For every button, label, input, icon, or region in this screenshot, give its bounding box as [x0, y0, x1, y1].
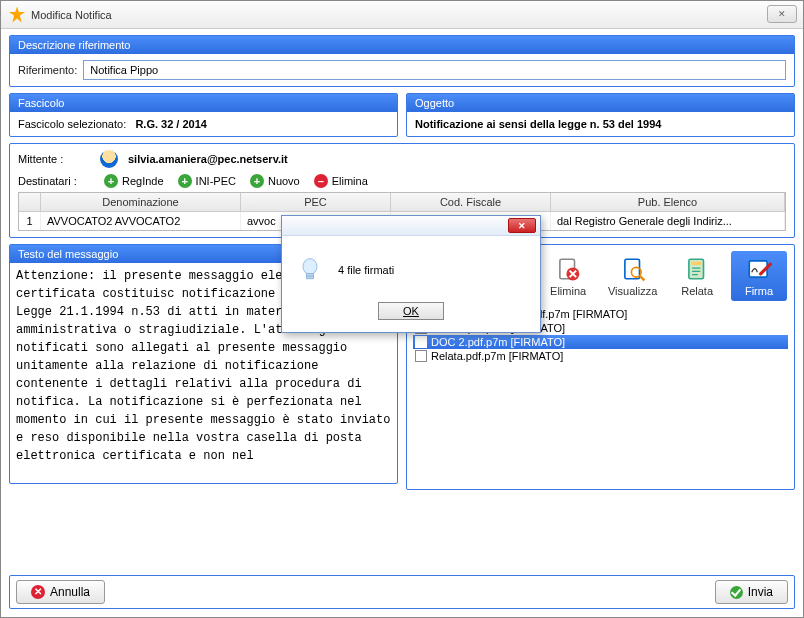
dialog-message: 4 file firmati: [338, 264, 394, 276]
info-dialog: ✕ 4 file firmati OK: [281, 215, 541, 333]
dialog-ok-button[interactable]: OK: [378, 302, 444, 320]
svg-point-13: [303, 259, 317, 275]
dialog-titlebar: ✕: [282, 216, 540, 236]
dialog-close-button[interactable]: ✕: [508, 218, 536, 233]
lightbulb-icon: [296, 256, 324, 284]
dialog-backdrop: ✕ 4 file firmati OK: [1, 1, 803, 617]
